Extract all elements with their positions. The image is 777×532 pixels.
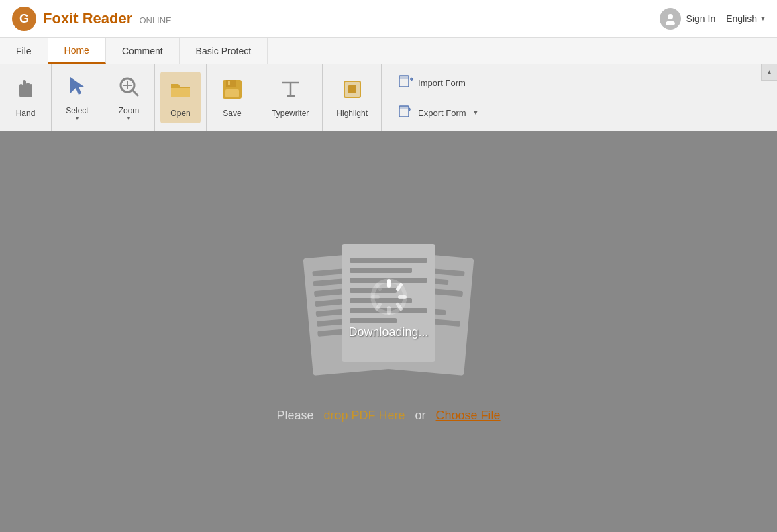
import-form-label: Import Form bbox=[418, 78, 466, 88]
logo-name: Foxit Reader ONLINE bbox=[43, 10, 172, 28]
main-content: Downloading... Please drop PDF Here or C… bbox=[0, 131, 777, 532]
toolbar-group-select: Select ▼ bbox=[52, 64, 103, 131]
zoom-svg bbox=[117, 74, 141, 99]
save-icon bbox=[220, 77, 244, 105]
user-icon bbox=[664, 12, 677, 25]
highlight-icon bbox=[340, 77, 364, 105]
collapse-icon: ▲ bbox=[766, 68, 773, 76]
open-icon bbox=[168, 77, 193, 105]
logo-main-text: Foxit Reader bbox=[43, 10, 132, 27]
svg-rect-8 bbox=[19, 91, 32, 97]
save-svg bbox=[220, 77, 244, 101]
toolbar-group-open: Open bbox=[155, 64, 207, 131]
select-label: Select bbox=[66, 106, 88, 115]
export-form-label: Export Form bbox=[418, 108, 466, 118]
tab-file[interactable]: File bbox=[0, 38, 48, 64]
language-chevron-icon: ▼ bbox=[760, 15, 766, 22]
toolbar-group-save: Save bbox=[207, 64, 258, 131]
sign-in-label[interactable]: Sign In bbox=[686, 13, 716, 24]
export-form-button[interactable]: Export Form ▼ bbox=[393, 101, 484, 125]
import-icon-svg bbox=[398, 74, 413, 89]
toolbar-group-typewriter: Typewriter bbox=[258, 64, 323, 131]
avatar bbox=[660, 8, 681, 30]
typewriter-svg bbox=[278, 77, 303, 101]
hand-button[interactable]: Hand bbox=[5, 72, 46, 123]
select-arrow-icon: ▼ bbox=[74, 115, 80, 121]
save-button[interactable]: Save bbox=[212, 72, 252, 123]
drop-zone-text: Please drop PDF Here or Choose File bbox=[276, 409, 500, 423]
doc-illustration: Downloading... bbox=[288, 241, 489, 375]
export-form-icon bbox=[398, 104, 413, 122]
zoom-arrow-icon: ▼ bbox=[126, 115, 132, 121]
choose-file-link[interactable]: Choose File bbox=[436, 409, 501, 422]
svg-rect-30 bbox=[399, 106, 409, 109]
typewriter-icon bbox=[278, 77, 303, 105]
toolbar-collapse-button[interactable]: ▲ bbox=[761, 64, 777, 81]
hand-svg bbox=[13, 77, 38, 101]
svg-rect-17 bbox=[228, 81, 230, 85]
svg-text:G: G bbox=[19, 12, 29, 25]
typewriter-label: Typewriter bbox=[272, 109, 309, 118]
svg-point-3 bbox=[666, 21, 675, 25]
loading-spinner bbox=[368, 277, 409, 317]
save-label: Save bbox=[223, 109, 241, 118]
svg-rect-25 bbox=[399, 76, 409, 79]
spinner-svg bbox=[368, 277, 409, 317]
select-icon bbox=[65, 74, 89, 102]
svg-rect-15 bbox=[226, 80, 236, 87]
form-group: Import Form Export Form ▼ bbox=[382, 64, 495, 131]
hand-label: Hand bbox=[16, 109, 36, 118]
highlight-label: Highlight bbox=[336, 109, 368, 118]
foxit-logo-icon: G bbox=[11, 5, 38, 32]
toolbar-group-highlight: Highlight bbox=[323, 64, 382, 131]
toolbar: Hand Select ▼ bbox=[0, 64, 777, 131]
svg-marker-9 bbox=[70, 77, 84, 95]
zoom-icon bbox=[117, 74, 141, 102]
nav-tabs: File Home Comment Basic Protect bbox=[0, 38, 777, 64]
svg-line-11 bbox=[132, 90, 138, 95]
export-icon-svg bbox=[398, 104, 413, 119]
svg-point-2 bbox=[668, 14, 673, 19]
header-right: Sign In English ▼ bbox=[660, 8, 766, 30]
svg-rect-4 bbox=[23, 80, 26, 92]
zoom-button[interactable]: Zoom ▼ bbox=[109, 69, 149, 127]
downloading-text: Downloading... bbox=[348, 325, 428, 339]
export-form-arrow-icon: ▼ bbox=[473, 109, 479, 116]
import-form-icon bbox=[398, 74, 413, 92]
svg-rect-23 bbox=[348, 85, 356, 93]
tab-home[interactable]: Home bbox=[48, 38, 106, 64]
open-label: Open bbox=[170, 109, 190, 118]
drop-pdf-link[interactable]: drop PDF Here bbox=[323, 409, 405, 422]
open-svg bbox=[168, 77, 193, 101]
select-svg bbox=[65, 74, 89, 99]
select-button[interactable]: Select ▼ bbox=[57, 69, 97, 127]
toolbar-group-zoom: Zoom ▼ bbox=[103, 64, 155, 131]
please-text: Please bbox=[276, 409, 313, 422]
zoom-label: Zoom bbox=[119, 106, 140, 115]
highlight-svg bbox=[340, 77, 364, 101]
sign-in-area[interactable]: Sign In bbox=[660, 8, 716, 30]
header: G Foxit Reader ONLINE Sign In English ▼ bbox=[0, 0, 777, 38]
logo-sub-text: ONLINE bbox=[139, 15, 171, 25]
tab-basic-protect[interactable]: Basic Protect bbox=[180, 38, 268, 64]
highlight-button[interactable]: Highlight bbox=[328, 72, 376, 123]
typewriter-button[interactable]: Typewriter bbox=[264, 72, 317, 123]
logo-area: G Foxit Reader ONLINE bbox=[11, 5, 172, 32]
spinner-overlay: Downloading... bbox=[348, 277, 428, 339]
svg-rect-16 bbox=[225, 89, 239, 97]
hand-icon bbox=[13, 77, 38, 105]
zoom-label-area: Zoom ▼ bbox=[119, 106, 140, 121]
select-label-area: Select ▼ bbox=[66, 106, 88, 121]
language-label: English bbox=[726, 13, 757, 24]
import-form-button[interactable]: Import Form bbox=[393, 71, 484, 95]
open-button[interactable]: Open bbox=[160, 72, 201, 123]
toolbar-group-hand: Hand bbox=[0, 64, 52, 131]
or-text: or bbox=[415, 409, 426, 422]
tab-comment[interactable]: Comment bbox=[106, 38, 180, 64]
language-selector[interactable]: English ▼ bbox=[726, 13, 766, 24]
